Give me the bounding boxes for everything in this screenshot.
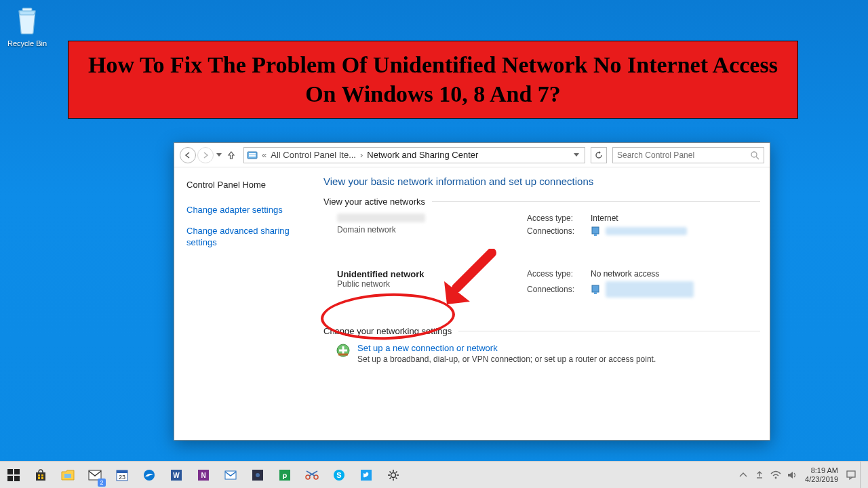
calendar-icon[interactable]: 23 — [108, 462, 136, 489]
svg-rect-0 — [22, 8, 32, 11]
edge-icon[interactable] — [136, 462, 163, 489]
net1-access-label: Access type: — [527, 214, 585, 223]
svg-rect-17 — [41, 477, 43, 479]
window-toolbar: « All Control Panel Ite... › Network and… — [174, 143, 770, 167]
tray-wifi-icon[interactable] — [768, 462, 783, 489]
ethernet-icon-2 — [591, 284, 600, 295]
svg-rect-13 — [14, 476, 20, 481]
svg-point-4 — [751, 152, 757, 157]
svg-rect-15 — [41, 474, 43, 476]
settings-icon[interactable] — [380, 462, 407, 489]
svg-rect-7 — [592, 285, 599, 292]
ethernet-icon — [591, 226, 600, 237]
up-button[interactable] — [224, 147, 238, 163]
svg-rect-3 — [249, 155, 256, 157]
setup-connection-row: Set up a new connection or network Set u… — [323, 343, 760, 364]
svg-rect-40 — [847, 471, 855, 477]
setup-connection-link[interactable]: Set up a new connection or network — [357, 343, 498, 353]
word-icon[interactable]: W — [163, 462, 190, 489]
svg-text:S: S — [336, 471, 341, 479]
taskbar-clock[interactable]: 8:19 AM 4/23/2019 — [801, 466, 842, 484]
active-networks-title: View your active networks — [323, 197, 760, 207]
network-sharing-center-window: « All Control Panel Ite... › Network and… — [174, 142, 770, 441]
svg-text:23: 23 — [119, 474, 125, 481]
forward-button[interactable] — [197, 147, 214, 163]
svg-text:W: W — [173, 472, 180, 479]
app-icon-dark[interactable] — [244, 462, 271, 489]
svg-text:ρ: ρ — [283, 471, 288, 479]
history-dropdown[interactable] — [215, 147, 223, 163]
tray-volume-icon[interactable] — [785, 462, 800, 489]
app-icon-green[interactable]: ρ — [271, 462, 298, 489]
svg-rect-14 — [38, 474, 40, 476]
skype-icon[interactable]: S — [326, 462, 353, 489]
svg-rect-28 — [225, 471, 236, 479]
search-box[interactable] — [612, 147, 764, 163]
action-center-icon[interactable] — [844, 462, 859, 489]
mail-icon[interactable]: 2 — [81, 462, 108, 489]
setup-connection-icon — [336, 343, 351, 358]
link-advanced-sharing[interactable]: Change advanced sharing settings — [186, 226, 310, 249]
svg-rect-18 — [64, 474, 71, 478]
net2-conn-label: Connections: — [527, 285, 585, 294]
svg-rect-8 — [594, 292, 597, 294]
setup-connection-desc: Set up a broadband, dial-up, or VPN conn… — [357, 354, 656, 364]
net1-conn-redacted[interactable] — [606, 227, 687, 235]
svg-rect-16 — [38, 477, 40, 479]
address-dropdown[interactable] — [571, 148, 582, 163]
network2-name: Unidentified network — [337, 269, 527, 279]
net1-access-value: Internet — [591, 214, 618, 223]
svg-rect-12 — [7, 476, 13, 481]
breadcrumb-1[interactable]: All Control Panel Ite... — [271, 150, 356, 160]
tray-chevron-icon[interactable] — [736, 462, 751, 489]
svg-rect-5 — [592, 227, 599, 234]
breadcrumb-sep-2: › — [360, 150, 363, 160]
recycle-bin-icon — [14, 5, 41, 35]
svg-point-38 — [391, 472, 396, 477]
breadcrumb-sep: « — [262, 150, 267, 160]
net1-conn-label: Connections: — [527, 226, 585, 236]
sidebar: Control Panel Home Change adapter settin… — [174, 167, 317, 440]
main-panel: View your basic network information and … — [317, 167, 770, 440]
svg-rect-2 — [249, 153, 256, 155]
show-desktop-button[interactable] — [860, 462, 864, 489]
net2-access-label: Access type: — [527, 269, 585, 279]
file-explorer-icon[interactable] — [54, 462, 81, 489]
twitter-icon[interactable] — [353, 462, 380, 489]
control-panel-icon — [247, 150, 258, 161]
refresh-button[interactable] — [591, 147, 607, 163]
onenote-icon[interactable]: N — [190, 462, 217, 489]
taskbar: 2 23 W N ρ S 8:19 AM 4/23/2019 — [0, 461, 868, 488]
svg-rect-21 — [117, 470, 127, 473]
svg-point-30 — [256, 473, 260, 477]
snip-icon[interactable] — [298, 462, 326, 489]
link-adapter-settings[interactable]: Change adapter settings — [186, 205, 310, 216]
svg-point-39 — [775, 476, 777, 479]
recycle-bin[interactable]: Recycle Bin — [7, 5, 47, 49]
svg-rect-10 — [7, 469, 13, 474]
outlook-icon[interactable] — [217, 462, 244, 489]
svg-rect-11 — [14, 469, 20, 474]
title-banner: How To Fix The Problem Of Unidentified N… — [68, 41, 798, 119]
network-row-1: Domain network Access type:Internet Conn… — [323, 214, 760, 239]
network2-type: Public network — [337, 279, 527, 289]
network-row-2: Unidentified network Public network Acce… — [323, 269, 760, 300]
page-heading: View your basic network information and … — [323, 176, 760, 187]
control-panel-home[interactable]: Control Panel Home — [186, 180, 310, 190]
svg-rect-6 — [594, 234, 597, 236]
breadcrumb-2[interactable]: Network and Sharing Center — [367, 150, 478, 160]
recycle-bin-label: Recycle Bin — [7, 39, 47, 47]
network1-type: Domain network — [337, 225, 527, 235]
clock-time: 8:19 AM — [805, 466, 838, 475]
address-bar[interactable]: « All Control Panel Ite... › Network and… — [243, 147, 585, 163]
search-icon — [750, 150, 760, 160]
mail-badge: 2 — [98, 479, 106, 487]
back-button[interactable] — [180, 147, 196, 163]
store-icon[interactable] — [27, 462, 54, 489]
net2-conn-redacted[interactable] — [606, 281, 694, 298]
start-button[interactable] — [0, 462, 27, 489]
tray-upload-icon[interactable] — [752, 462, 767, 489]
net2-access-value: No network access — [591, 269, 659, 279]
svg-text:N: N — [201, 472, 205, 479]
search-input[interactable] — [617, 150, 750, 160]
